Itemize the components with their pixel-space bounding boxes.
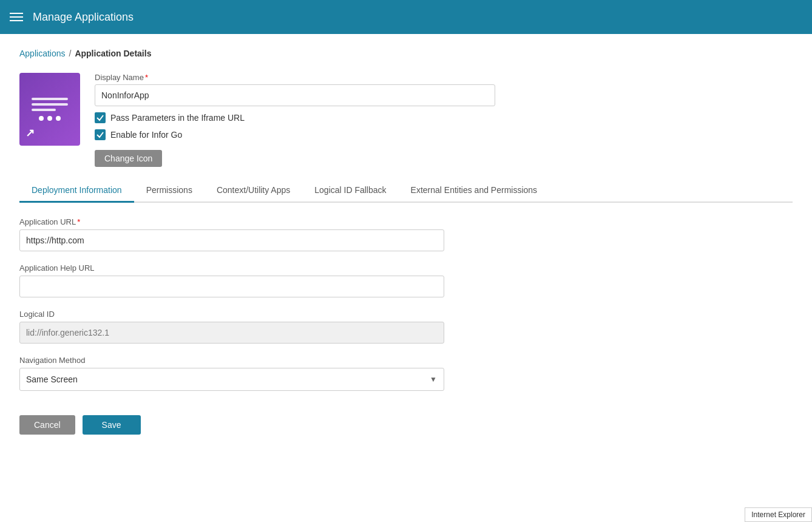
enable-infor-go-row: Enable for Infor Go [95, 129, 793, 140]
tabs-bar: Deployment Information Permissions Conte… [19, 179, 793, 203]
app-help-url-label: Application Help URL [19, 263, 444, 273]
pass-params-checkbox[interactable] [95, 112, 106, 123]
deployment-form: Application URL* Application Help URL Lo… [19, 217, 444, 391]
action-buttons: Cancel Save [19, 415, 793, 435]
main-content: Applications / Application Details ↗ Dis… [0, 34, 812, 522]
menu-icon[interactable] [10, 13, 23, 21]
icon-dot-3 [56, 116, 61, 121]
app-icon: ↗ [19, 73, 80, 146]
app-url-label: Application URL* [19, 217, 444, 226]
save-button[interactable]: Save [83, 415, 141, 435]
tab-context[interactable]: Context/Utility Apps [205, 179, 302, 203]
display-name-input[interactable] [95, 84, 495, 106]
icon-line-1 [32, 98, 68, 100]
app-help-url-input[interactable] [19, 276, 444, 297]
breadcrumb-current: Application Details [75, 49, 151, 58]
display-name-label: Display Name* [95, 73, 793, 82]
app-header: ↗ Display Name* Pass Parameters in the I… [19, 73, 793, 167]
tab-permissions[interactable]: Permissions [134, 179, 205, 203]
breadcrumb-separator: / [69, 49, 72, 58]
tab-logical[interactable]: Logical ID Fallback [302, 179, 398, 203]
enable-infor-go-label: Enable for Infor Go [110, 130, 182, 140]
app-url-input[interactable] [19, 229, 444, 251]
header: Manage Applications [0, 0, 812, 34]
change-icon-button[interactable]: Change Icon [95, 150, 162, 167]
breadcrumb: Applications / Application Details [19, 49, 793, 58]
app-url-group: Application URL* [19, 217, 444, 251]
ie-badge: Internet Explorer [745, 507, 812, 522]
icon-dots [39, 116, 61, 121]
pass-params-label: Pass Parameters in the Iframe URL [110, 113, 245, 123]
breadcrumb-applications-link[interactable]: Applications [19, 49, 66, 58]
icon-line-3 [32, 109, 56, 111]
enable-infor-go-checkbox[interactable] [95, 129, 106, 140]
pass-params-row: Pass Parameters in the Iframe URL [95, 112, 793, 123]
display-name-wrapper [95, 84, 495, 106]
logical-id-group: Logical ID [19, 310, 444, 344]
navigation-method-wrapper: Same Screen New Window New Tab ▼ [19, 368, 444, 391]
app-help-url-group: Application Help URL [19, 263, 444, 297]
icon-line-2 [32, 103, 68, 106]
tab-deployment[interactable]: Deployment Information [19, 179, 134, 203]
navigation-method-label: Navigation Method [19, 356, 444, 365]
icon-lines [32, 98, 68, 111]
logical-id-input[interactable] [19, 322, 444, 344]
navigation-method-select[interactable]: Same Screen New Window New Tab [19, 368, 444, 391]
logical-id-label: Logical ID [19, 310, 444, 319]
app-form-area: Display Name* Pass Parameters in the Ifr… [95, 73, 793, 167]
icon-dot-1 [39, 116, 44, 121]
tab-external[interactable]: External Entities and Permissions [399, 179, 550, 203]
icon-dot-2 [47, 116, 52, 121]
navigation-method-group: Navigation Method Same Screen New Window… [19, 356, 444, 391]
icon-arrow: ↗ [25, 126, 35, 140]
cancel-button[interactable]: Cancel [19, 415, 75, 435]
app-title: Manage Applications [33, 11, 134, 24]
